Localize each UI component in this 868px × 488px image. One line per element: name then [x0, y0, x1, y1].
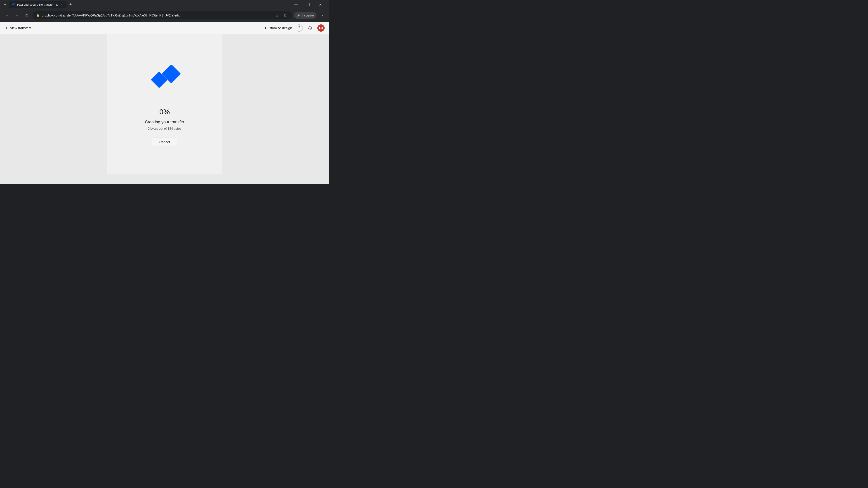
back-arrow-icon — [4, 26, 8, 30]
avatar[interactable]: LD — [317, 24, 324, 32]
view-transfers-link[interactable]: View transfers — [4, 26, 31, 30]
incognito-label: Incognito — [302, 14, 314, 17]
transfer-bytes-text: 0 bytes out of 184 bytes — [148, 127, 182, 130]
customize-design-btn[interactable]: Customize design — [265, 26, 292, 30]
svg-rect-0 — [12, 4, 14, 6]
minimize-btn[interactable]: — — [291, 1, 301, 8]
view-transfers-label: View transfers — [10, 26, 31, 30]
tab-favicon — [12, 3, 16, 6]
incognito-badge[interactable]: Incognito — [294, 12, 316, 19]
top-nav: View transfers Customize design ? LD — [0, 22, 329, 34]
logo-animation — [147, 63, 183, 94]
transfer-status-text: Creating your transfer — [145, 120, 184, 125]
tab-search-btn[interactable]: ⧉ — [281, 12, 289, 19]
bookmark-btn[interactable]: ☆ — [273, 12, 281, 19]
help-icon: ? — [298, 26, 301, 30]
tab-close-btn[interactable]: ✕ — [60, 3, 64, 6]
forward-btn[interactable]: → — [13, 11, 21, 20]
progress-percentage: 0% — [159, 108, 170, 116]
address-text: dropbox.com/transfer/AAAAAKPWQPaGp2Aid7c… — [42, 13, 272, 17]
bell-icon — [308, 26, 312, 30]
tab-switcher-btn[interactable] — [2, 1, 8, 8]
reload-btn[interactable]: ↻ — [23, 11, 31, 20]
notification-btn[interactable] — [307, 24, 314, 32]
tab-title: Fast and secure file transfer - D — [17, 3, 58, 6]
svg-rect-1 — [13, 3, 15, 4]
address-bar[interactable]: 🔒 dropbox.com/transfer/AAAAAKPWQPaGp2Aid… — [33, 11, 292, 20]
transfer-card: 0% Creating your transfer 0 bytes out of… — [107, 34, 222, 174]
browser-menu-btn[interactable]: ⋮ — [318, 11, 327, 20]
new-tab-btn[interactable]: + — [67, 1, 74, 8]
back-btn[interactable]: ← — [3, 11, 11, 20]
active-tab[interactable]: Fast and secure file transfer - D ✕ — [9, 1, 66, 8]
close-btn[interactable]: ✕ — [315, 1, 326, 8]
main-area: 0% Creating your transfer 0 bytes out of… — [0, 34, 329, 184]
help-btn[interactable]: ? — [296, 24, 303, 32]
lock-icon: 🔒 — [36, 13, 40, 17]
maximize-btn[interactable]: ❐ — [303, 1, 313, 8]
cancel-button[interactable]: Cancel — [152, 138, 178, 147]
